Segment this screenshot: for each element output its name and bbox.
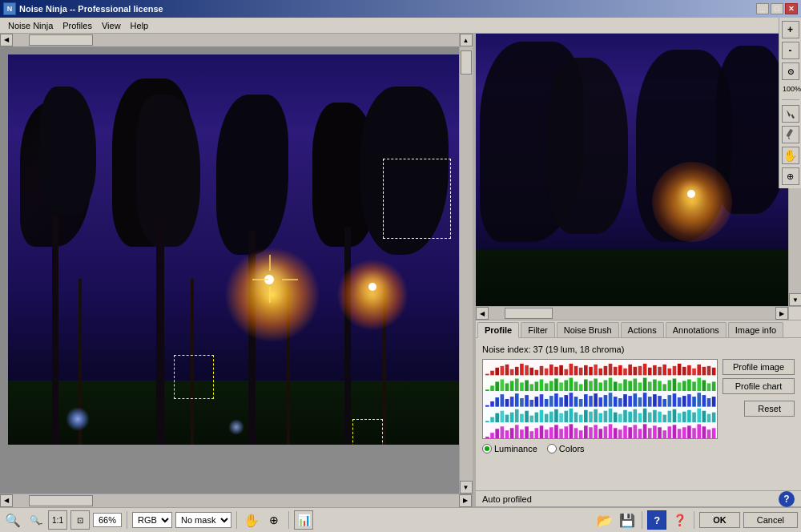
svg-rect-52 bbox=[501, 380, 505, 392]
bottom-toolbar: 🔍 🔍- 1:1 ⊡ 66% RGB R G B No mask ✋ ⊕ 📊 📂… bbox=[0, 506, 801, 532]
scroll-left-arrow[interactable]: ◀ bbox=[0, 34, 13, 46]
reset-button[interactable]: Reset bbox=[744, 401, 795, 417]
tab-actions[interactable]: Actions bbox=[621, 322, 664, 337]
titlebar-buttons: _ □ ✕ bbox=[756, 3, 798, 14]
svg-rect-168 bbox=[598, 413, 602, 423]
ok-button[interactable]: OK bbox=[699, 512, 740, 528]
menu-help[interactable]: Help bbox=[126, 19, 154, 32]
pan-tool-button[interactable]: ✋ bbox=[242, 510, 261, 530]
tab-image-info[interactable]: Image info bbox=[728, 322, 783, 337]
menu-profiles[interactable]: Profiles bbox=[58, 19, 97, 32]
h-scroll-thumb[interactable] bbox=[29, 34, 93, 46]
svg-rect-186 bbox=[687, 410, 691, 423]
vscroll-up[interactable]: ▲ bbox=[460, 34, 473, 46]
pencil-icon bbox=[785, 129, 796, 140]
svg-rect-184 bbox=[678, 413, 682, 423]
help2-button-toolbar[interactable]: ❓ bbox=[670, 510, 689, 530]
zoom-fit-button[interactable]: ⊙ bbox=[782, 62, 799, 80]
radio-colors[interactable]: Colors bbox=[547, 444, 585, 453]
prev-hscroll-right[interactable]: ▶ bbox=[775, 307, 788, 320]
svg-rect-44 bbox=[697, 365, 701, 376]
hscroll-left[interactable]: ◀ bbox=[0, 494, 13, 507]
svg-rect-156 bbox=[540, 410, 544, 423]
zoom-out-toolbar[interactable]: 🔍- bbox=[26, 510, 45, 530]
svg-rect-68 bbox=[579, 384, 583, 391]
svg-rect-240 bbox=[786, 129, 792, 137]
hscroll-thumb[interactable] bbox=[29, 495, 93, 506]
hscroll-track[interactable] bbox=[13, 494, 459, 507]
mask-select[interactable]: No mask bbox=[175, 512, 231, 528]
profile-image-button[interactable]: Profile image bbox=[723, 359, 795, 375]
prev-light-bulb bbox=[687, 190, 695, 198]
tab-profile[interactable]: Profile bbox=[477, 322, 519, 338]
left-top-scrollbar: ◀ ▶ bbox=[0, 34, 472, 46]
svg-rect-91 bbox=[692, 381, 696, 391]
channel-select[interactable]: RGB R G B bbox=[132, 512, 172, 528]
tree-canopy-7 bbox=[360, 87, 449, 255]
hscroll-right[interactable]: ▶ bbox=[459, 494, 472, 507]
svg-rect-161 bbox=[564, 411, 568, 423]
preview-image-area[interactable] bbox=[476, 34, 788, 306]
tab-filter[interactable]: Filter bbox=[521, 322, 554, 337]
radio-luminance-circle[interactable] bbox=[482, 444, 492, 453]
zoom-in-toolbar[interactable]: 🔍 bbox=[3, 510, 22, 530]
cancel-button[interactable]: Cancel bbox=[743, 512, 798, 528]
svg-rect-145 bbox=[485, 421, 489, 422]
tool-hand[interactable]: ✋ bbox=[782, 147, 799, 164]
svg-rect-138 bbox=[687, 394, 691, 407]
svg-rect-22 bbox=[589, 367, 593, 376]
close-button[interactable]: ✕ bbox=[785, 3, 798, 14]
save-file-button[interactable]: 💾 bbox=[618, 510, 637, 530]
prev-hscroll-left[interactable]: ◀ bbox=[476, 307, 489, 320]
vscroll-down[interactable]: ▼ bbox=[460, 481, 473, 494]
tab-annotations[interactable]: Annotations bbox=[666, 322, 727, 337]
radio-luminance[interactable]: Luminance bbox=[482, 444, 537, 453]
svg-rect-20 bbox=[579, 368, 583, 376]
svg-rect-166 bbox=[589, 412, 593, 423]
panel-content: Noise index: 37 (19 lum, 18 chroma) bbox=[476, 338, 801, 490]
menu-noise-ninja[interactable]: Noise Ninja bbox=[3, 19, 58, 32]
svg-rect-32 bbox=[638, 366, 642, 376]
main-image-area[interactable] bbox=[0, 46, 472, 494]
svg-rect-85 bbox=[662, 384, 666, 391]
titlebar-left: N Noise Ninja -- Professional license bbox=[3, 2, 163, 15]
h-scroll-track[interactable] bbox=[13, 34, 459, 46]
zoom-out-button[interactable]: - bbox=[782, 42, 799, 59]
help-button-toolbar[interactable]: ? bbox=[647, 510, 666, 530]
svg-rect-196 bbox=[501, 426, 505, 438]
tool-pencil[interactable] bbox=[782, 126, 799, 143]
profile-chart-button[interactable]: Profile chart bbox=[723, 378, 795, 394]
tool-cursor[interactable] bbox=[782, 105, 799, 123]
prev-hscroll-track[interactable] bbox=[489, 307, 775, 320]
vscroll-track[interactable] bbox=[460, 46, 473, 481]
preview-container: ▲ ▼ bbox=[476, 34, 801, 306]
svg-rect-180 bbox=[658, 412, 662, 423]
minimize-button[interactable]: _ bbox=[756, 3, 769, 14]
svg-rect-139 bbox=[692, 397, 696, 407]
crosshair-tool-button[interactable]: ⊕ bbox=[264, 510, 284, 530]
prev-scroll-down[interactable]: ▼ bbox=[789, 293, 801, 306]
zoom-fit-toolbar[interactable]: ⊡ bbox=[70, 510, 90, 530]
tool-crosshair[interactable]: ⊕ bbox=[782, 167, 799, 185]
radio-colors-circle[interactable] bbox=[547, 444, 557, 453]
tab-noise-brush[interactable]: Noise Brush bbox=[557, 322, 619, 337]
svg-rect-204 bbox=[540, 425, 544, 438]
vscroll-thumb[interactable] bbox=[461, 50, 472, 75]
zoom-in-button[interactable]: + bbox=[782, 21, 799, 38]
help-icon-panel[interactable]: ? bbox=[779, 491, 795, 507]
svg-rect-27 bbox=[614, 367, 618, 376]
histogram-button[interactable]: 📊 bbox=[294, 510, 313, 530]
maximize-button[interactable]: □ bbox=[771, 3, 783, 14]
svg-rect-143 bbox=[712, 397, 716, 407]
svg-rect-141 bbox=[702, 395, 706, 407]
zoom-1to1-toolbar[interactable]: 1:1 bbox=[48, 510, 67, 530]
svg-rect-77 bbox=[623, 380, 627, 392]
svg-rect-98 bbox=[490, 401, 494, 407]
svg-rect-127 bbox=[633, 393, 637, 407]
svg-rect-149 bbox=[505, 415, 509, 423]
svg-rect-115 bbox=[574, 397, 578, 407]
open-file-button[interactable]: 📂 bbox=[595, 510, 614, 530]
svg-rect-128 bbox=[638, 397, 642, 407]
menu-view[interactable]: View bbox=[97, 19, 126, 32]
prev-hscroll-thumb[interactable] bbox=[505, 308, 553, 319]
